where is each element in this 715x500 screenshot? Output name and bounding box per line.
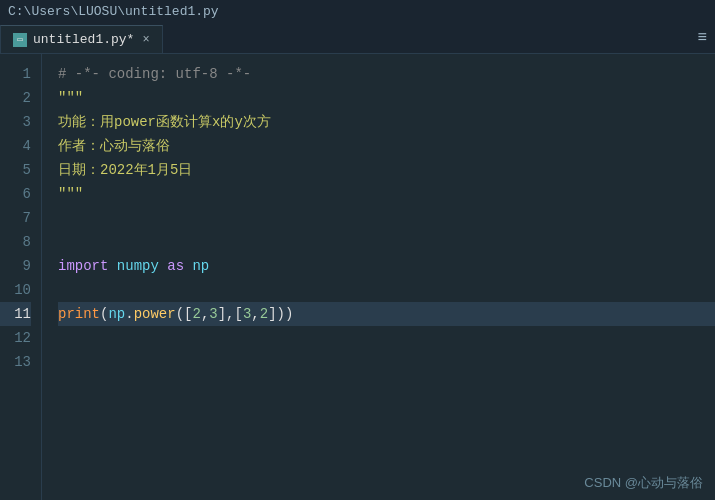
line-num-9: 9 [0,254,31,278]
code-line-5: 日期：2022年1月5日 [58,158,715,182]
line-num-10: 10 [0,278,31,302]
code-line-6: """ [58,182,715,206]
code-comma2: , [226,302,234,326]
code-line-11: print ( np . power ( [ 2 , 3 ] , [ 3 , 2… [58,302,715,326]
tab-close-button[interactable]: × [142,33,149,47]
code-chinese-3b: 函数计算x的y次方 [156,110,271,134]
line-num-6: 6 [0,182,31,206]
code-paren2-open: ( [176,302,184,326]
code-space-9c [184,254,192,278]
line-num-1: 1 [0,62,31,86]
line-num-5: 5 [0,158,31,182]
code-line-12 [58,326,715,350]
line-num-3: 3 [0,110,31,134]
code-chinese-5: 日期：2022年1月5日 [58,158,192,182]
code-line-2: """ [58,86,715,110]
code-line-8 [58,230,715,254]
code-comma3: , [251,302,259,326]
watermark: CSDN @心动与落俗 [584,474,703,492]
code-power-func: power [134,302,176,326]
line-num-2: 2 [0,86,31,110]
code-np-ref: np [108,302,125,326]
code-paren2-close: ) [277,302,285,326]
line-num-12: 12 [0,326,31,350]
code-comment-1: # -*- coding: utf-8 -*- [58,62,251,86]
code-print-func: print [58,302,100,326]
tab-icon: ▭ [13,33,27,47]
code-line-10 [58,278,715,302]
code-bracket-open2: [ [235,302,243,326]
code-num-3a: 3 [209,302,217,326]
line-numbers: 1 2 3 4 5 6 7 8 9 10 11 12 13 [0,54,42,500]
code-space-9a [108,254,116,278]
code-line-1: # -*- coding: utf-8 -*- [58,62,715,86]
code-numpy: numpy [117,254,159,278]
hamburger-menu[interactable]: ≡ [697,29,707,47]
code-line-3: 功能：用power函数计算x的y次方 [58,110,715,134]
code-bracket-close2: ] [268,302,276,326]
code-comma1: , [201,302,209,326]
editor: 1 2 3 4 5 6 7 8 9 10 11 12 13 # -*- codi… [0,54,715,500]
code-line-13 [58,350,715,374]
active-tab[interactable]: ▭ untitled1.py* × [0,25,163,53]
code-num-2b: 2 [260,302,268,326]
code-area: # -*- coding: utf-8 -*- """ 功能：用power函数计… [42,54,715,500]
code-as-kw: as [167,254,184,278]
line-num-8: 8 [0,230,31,254]
tab-bar: ▭ untitled1.py* × ≡ [0,22,715,54]
code-num-2: 2 [192,302,200,326]
line-num-4: 4 [0,134,31,158]
file-path: C:\Users\LUOSU\untitled1.py [8,4,219,19]
line-num-7: 7 [0,206,31,230]
code-paren-close: ) [285,302,293,326]
code-docstring-close: """ [58,182,83,206]
code-import-kw: import [58,254,108,278]
code-space-9b [159,254,167,278]
code-bracket-close1: ] [218,302,226,326]
code-dot: . [125,302,133,326]
code-paren-open: ( [100,302,108,326]
code-line-9: import numpy as np [58,254,715,278]
tab-label: untitled1.py* [33,32,134,47]
line-num-11: 11 [0,302,31,326]
line-num-13: 13 [0,350,31,374]
code-bracket-open1: [ [184,302,192,326]
code-chinese-4: 作者：心动与落俗 [58,134,170,158]
code-np-alias: np [192,254,209,278]
code-num-3b: 3 [243,302,251,326]
title-bar: C:\Users\LUOSU\untitled1.py [0,0,715,22]
code-line-4: 作者：心动与落俗 [58,134,715,158]
code-docstring-open: """ [58,86,83,110]
code-line-7 [58,206,715,230]
code-power: power [114,110,156,134]
code-chinese-3: 功能：用 [58,110,114,134]
